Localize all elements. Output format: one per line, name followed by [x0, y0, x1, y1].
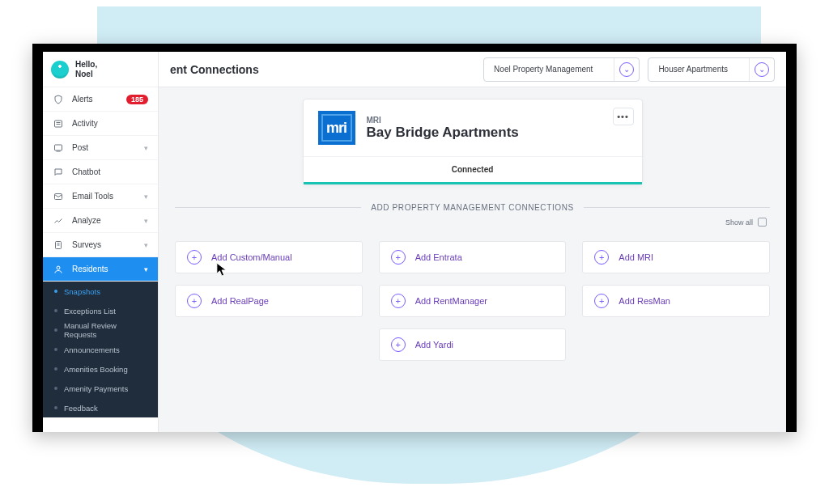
add-yardi-tile[interactable]: + Add Yardi [379, 328, 567, 361]
subnav-snapshots[interactable]: Snapshots [43, 282, 158, 301]
topbar: ent Connections Noel Property Management… [159, 52, 786, 87]
nav-alerts[interactable]: Alerts 185 [43, 87, 158, 112]
card-menu-button[interactable]: ••• [613, 108, 634, 125]
add-entrata-tile[interactable]: + Add Entrata [379, 241, 567, 273]
divider-line [584, 207, 770, 208]
list-icon [53, 119, 64, 129]
plus-icon: + [391, 337, 406, 352]
mail-icon [53, 192, 64, 201]
avatar[interactable] [51, 61, 69, 78]
show-all-toggle[interactable]: Show all [725, 218, 767, 227]
company-selector-label: Noel Property Management [484, 58, 614, 81]
nav-label: Analyze [72, 216, 136, 225]
connection-status: Connected [304, 156, 642, 182]
nav-activity[interactable]: Activity [43, 112, 158, 136]
greeting: Hello, Noel [75, 60, 97, 78]
property-selector[interactable]: Houser Apartments ⌄ [648, 57, 775, 82]
connection-card: ••• mri MRI Bay Bridge Apartments Connec… [303, 99, 643, 185]
divider-line [175, 207, 361, 208]
chart-icon [53, 216, 64, 226]
residents-subnav: Snapshots Exceptions List Manual Review … [43, 282, 158, 417]
checkbox-icon [758, 218, 767, 227]
card-titles: MRI Bay Bridge Apartments [367, 116, 519, 141]
plus-icon: + [594, 250, 609, 265]
plus-icon: + [594, 294, 609, 308]
greeting-text: Hello, [75, 60, 97, 69]
alerts-badge: 185 [126, 95, 148, 104]
property-name: Bay Bridge Apartments [367, 125, 519, 141]
chat-icon [53, 167, 64, 177]
subnav-amenity-payments[interactable]: Amenity Payments [43, 379, 158, 398]
tile-label: Add Yardi [415, 340, 453, 349]
show-all-label: Show all [725, 218, 753, 227]
subnav-label: Snapshots [64, 287, 100, 296]
sidebar-header: Hello, Noel [43, 52, 158, 87]
survey-icon [53, 240, 64, 250]
primary-nav: Alerts 185 Activity Post ▾ [43, 87, 158, 417]
tile-label: Add RentManager [415, 296, 487, 306]
chevron-down-icon: ⌄ [755, 62, 769, 77]
add-custom-tile[interactable]: + Add Custom/Manual [175, 241, 363, 273]
nav-label: Alerts [72, 95, 118, 104]
subnav-announcements[interactable]: Announcements [43, 340, 158, 359]
subnav-label: Feedback [64, 404, 98, 413]
subnav-amenities-booking[interactable]: Amenities Booking [43, 359, 158, 379]
add-realpage-tile[interactable]: + Add RealPage [175, 285, 363, 317]
nav-email-tools[interactable]: Email Tools ▾ [43, 184, 158, 209]
tile-label: Add RealPage [211, 296, 269, 306]
nav-analyze[interactable]: Analyze ▾ [43, 209, 158, 233]
nav-label: Chatbot [72, 167, 148, 176]
subnav-exceptions[interactable]: Exceptions List [43, 301, 158, 320]
tile-label: Add MRI [619, 252, 653, 262]
plus-icon: + [391, 294, 406, 308]
connection-grid: + Add Custom/Manual + Add Entrata + Add … [175, 241, 770, 361]
chevron-down-icon: ▾ [144, 241, 148, 249]
user-name: Noel [75, 70, 93, 78]
svg-point-8 [57, 266, 60, 269]
add-rentmanager-tile[interactable]: + Add RentManager [379, 285, 567, 317]
window-frame: Hello, Noel Alerts 185 Activity [32, 44, 797, 432]
subnav-label: Amenity Payments [64, 384, 128, 393]
plus-icon: + [187, 250, 202, 265]
sidebar: Hello, Noel Alerts 185 Activity [43, 52, 159, 432]
tile-label: Add Custom/Manual [211, 252, 292, 262]
nav-residents[interactable]: Residents ▾ [43, 257, 158, 282]
plus-icon: + [187, 294, 202, 308]
chevron-down-icon: ▾ [144, 217, 148, 225]
company-selector[interactable]: Noel Property Management ⌄ [483, 57, 640, 82]
chevron-down-icon: ▾ [144, 144, 148, 152]
tile-label: Add ResMan [619, 296, 670, 306]
add-resman-tile[interactable]: + Add ResMan [582, 285, 770, 317]
nav-label: Surveys [72, 240, 136, 249]
property-selector-toggle[interactable]: ⌄ [749, 58, 773, 81]
nav-chatbot[interactable]: Chatbot [43, 160, 158, 184]
residents-icon [53, 265, 64, 274]
plus-icon: + [391, 250, 406, 265]
content-area: ••• mri MRI Bay Bridge Apartments Connec… [159, 87, 786, 432]
page-title: ent Connections [170, 63, 475, 76]
company-selector-toggle[interactable]: ⌄ [614, 58, 638, 81]
add-mri-tile[interactable]: + Add MRI [582, 241, 770, 273]
status-underline [304, 182, 642, 184]
subnav-manual-review[interactable]: Manual Review Requests [43, 320, 158, 340]
nav-surveys[interactable]: Surveys ▾ [43, 233, 158, 257]
subnav-label: Amenities Booking [64, 365, 128, 374]
chevron-down-icon: ▾ [144, 193, 148, 201]
subnav-label: Exceptions List [64, 307, 116, 316]
nav-label: Residents [72, 265, 136, 273]
subnav-feedback[interactable]: Feedback [43, 398, 158, 417]
nav-post[interactable]: Post ▾ [43, 136, 158, 160]
tile-label: Add Entrata [415, 252, 462, 262]
mri-logo: mri [318, 111, 355, 145]
subnav-label: Announcements [64, 345, 120, 354]
section-divider: ADD PROPERTY MANAGEMENT CONNECTIONS Show… [175, 203, 770, 212]
card-header: mri MRI Bay Bridge Apartments [304, 100, 642, 156]
subnav-label: Manual Review Requests [64, 321, 148, 339]
logo-text: mri [326, 120, 346, 137]
app-shell: Hello, Noel Alerts 185 Activity [43, 52, 786, 432]
ellipsis-icon: ••• [617, 112, 629, 121]
provider-label: MRI [367, 116, 519, 125]
nav-label: Post [72, 143, 136, 152]
post-icon [53, 143, 64, 153]
main-panel: ent Connections Noel Property Management… [159, 52, 786, 432]
